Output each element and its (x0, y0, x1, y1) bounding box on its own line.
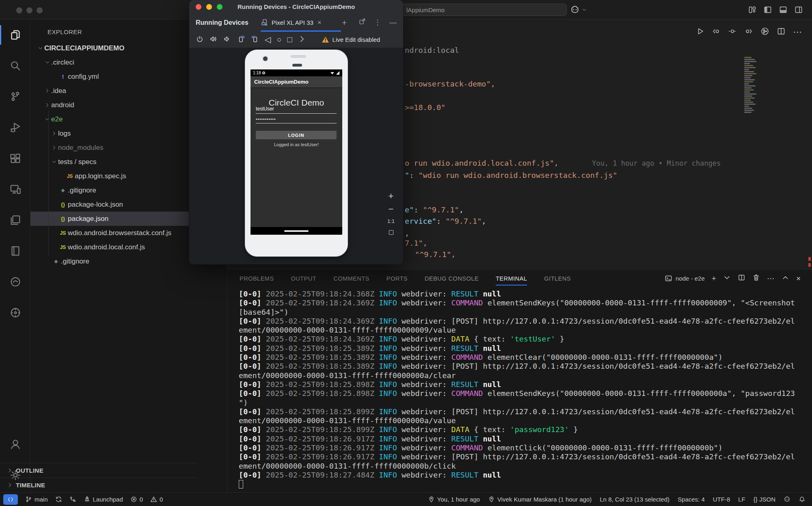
device-window-titlebar[interactable]: Running Devices - CircleCIAppiumDemo (189, 0, 403, 13)
chevron-down-button[interactable] (723, 274, 731, 283)
zoom-window-button[interactable] (37, 7, 43, 13)
panel-bottom-icon (779, 5, 788, 14)
status-language-mode[interactable]: {} JSON (754, 496, 775, 503)
back-icon: ◁ (265, 35, 271, 43)
activity-item-search[interactable] (0, 50, 30, 81)
status-sync[interactable] (55, 496, 62, 503)
panel-controls: node - e2e +⋯× (665, 270, 801, 287)
status-copilot[interactable] (784, 496, 790, 503)
circle-target-icon (9, 307, 22, 319)
rotate-left-button[interactable] (237, 35, 245, 45)
activity-item-run-debug[interactable] (0, 112, 30, 143)
username-field[interactable]: testUser (256, 106, 337, 114)
status-launchpad[interactable]: Launchpad (84, 496, 123, 503)
next-change-button[interactable] (744, 27, 753, 37)
split-button[interactable] (777, 27, 786, 37)
panel-tab-problems[interactable]: PROBLEMS (240, 270, 274, 287)
activity-item-explorer[interactable] (0, 19, 30, 50)
phone-screen[interactable]: 1:18 CircleCIAppiumDemo CircleCI Demo te… (251, 69, 342, 235)
status-git-alt[interactable] (69, 496, 76, 503)
ellipsis-button[interactable]: ⋯ (793, 28, 802, 37)
window-controls[interactable] (16, 7, 43, 13)
login-button[interactable]: LOGIN (256, 131, 337, 139)
status-eol[interactable]: LF (738, 496, 745, 503)
terminal-output[interactable]: [0-0] 2025-02-25T09:18:24.368Z INFO webd… (239, 290, 807, 480)
password-field[interactable]: ••••••••••• (256, 117, 337, 123)
volume-up-button[interactable] (209, 35, 218, 45)
activity-item-tool-a[interactable] (0, 266, 30, 297)
panel-right-toggle[interactable] (794, 5, 803, 16)
minimize-button[interactable]: — (389, 18, 397, 27)
panel-tab-terminal[interactable]: TERMINAL (496, 270, 527, 287)
panel-bottom-toggle[interactable] (779, 5, 788, 16)
outline-section[interactable]: OUTLINE (0, 463, 197, 478)
tree-item-label: CIRCLECIAPPIUMDEMO (44, 44, 124, 52)
add-device-tab-button[interactable]: + (342, 13, 347, 32)
status-warnings[interactable]: 0 (150, 496, 163, 503)
split-button[interactable] (738, 274, 745, 283)
close-button[interactable]: × (796, 275, 801, 283)
minimize-window-button[interactable] (26, 7, 32, 13)
status-cursor-position[interactable]: Ln 8, Col 23 (13 selected) (600, 496, 669, 503)
tree-item-label: e2e (51, 115, 63, 123)
zoom-window-button[interactable] (217, 4, 222, 10)
activity-item-docs[interactable] (0, 236, 30, 266)
activity-item-windows[interactable] (0, 205, 30, 236)
close-window-button[interactable] (16, 7, 22, 13)
volume-down-button[interactable] (223, 35, 231, 45)
status-blame-you[interactable]: You, 1 hour ago (428, 496, 480, 503)
rotate-right-button[interactable] (251, 35, 259, 45)
overview-button[interactable]: □ (287, 35, 292, 44)
home-button[interactable]: ○ (276, 35, 281, 44)
trash-button[interactable] (752, 274, 760, 283)
close-window-button[interactable] (196, 4, 201, 10)
panel-left-toggle[interactable] (763, 5, 772, 16)
status-blame-author[interactable]: Vivek Kumar Maskara (1 hour ago) (488, 496, 592, 503)
zoom-out-button[interactable]: − (389, 205, 394, 213)
device-window-controls[interactable] (196, 4, 222, 10)
timeline-section[interactable]: TIMELINE (0, 478, 197, 492)
phone-clock: 1:18 (253, 71, 261, 75)
ellipsis-button[interactable]: ⋯ (767, 275, 775, 283)
panel-tab-ports[interactable]: PORTS (387, 270, 408, 287)
layout-toggle[interactable] (748, 5, 757, 16)
activity-item-tool-b[interactable] (0, 297, 30, 328)
terminal-session[interactable]: node - e2e (665, 275, 705, 282)
status-errors[interactable]: 0 (130, 496, 143, 503)
panel-tab-comments[interactable]: COMMENTS (333, 270, 369, 287)
back-button[interactable]: ◁ (265, 35, 271, 44)
minimize-window-button[interactable] (206, 4, 212, 10)
change-button[interactable] (728, 27, 737, 37)
panel-tab-output[interactable]: OUTPUT (291, 270, 317, 287)
copilot-menu[interactable] (570, 5, 587, 15)
status-branch[interactable]: main (25, 496, 48, 503)
chevron-right-button[interactable] (298, 35, 306, 45)
terminal-line: [0-0] 2025-02-25T09:18:25.389Z INFO webd… (239, 353, 807, 362)
activity-item-source-control[interactable] (0, 81, 30, 112)
panel-action-icons: +⋯× (712, 274, 801, 283)
close-tab-icon[interactable]: × (317, 19, 322, 27)
zoom-ratio[interactable]: 1:1 (387, 218, 395, 224)
panel-tab-gitlens[interactable]: GITLENS (544, 270, 571, 287)
power-button[interactable] (196, 35, 204, 45)
status-remote[interactable] (3, 494, 18, 505)
panel-tab-debug-console[interactable]: DEBUG CONSOLE (425, 270, 479, 287)
activity-item-extensions[interactable] (0, 143, 30, 174)
prev-change-button[interactable] (712, 27, 721, 37)
activity-item-remote-explorer[interactable] (0, 174, 30, 205)
plus-button[interactable]: + (712, 275, 716, 283)
minimap[interactable] (744, 57, 759, 114)
status-notifications[interactable] (799, 496, 806, 503)
git-circle-button[interactable] (760, 27, 769, 37)
running-devices-label: Running Devices (196, 19, 248, 26)
chevron-up-button[interactable] (782, 274, 789, 283)
activity-item-accounts[interactable] (0, 429, 30, 460)
tab-pixel-xl-api-33[interactable]: Pixel XL API 33 × (261, 13, 341, 32)
git-blame-annotation: You, 1 hour ago • Minor changes (592, 159, 721, 167)
zoom-in-button[interactable]: + (389, 192, 394, 200)
play-button[interactable] (695, 27, 704, 37)
status-indentation[interactable]: Spaces: 4 (678, 496, 705, 503)
status-encoding[interactable]: UTF-8 (713, 496, 730, 503)
external-button[interactable] (358, 18, 366, 27)
kebab-button[interactable]: ⋮ (374, 18, 381, 27)
